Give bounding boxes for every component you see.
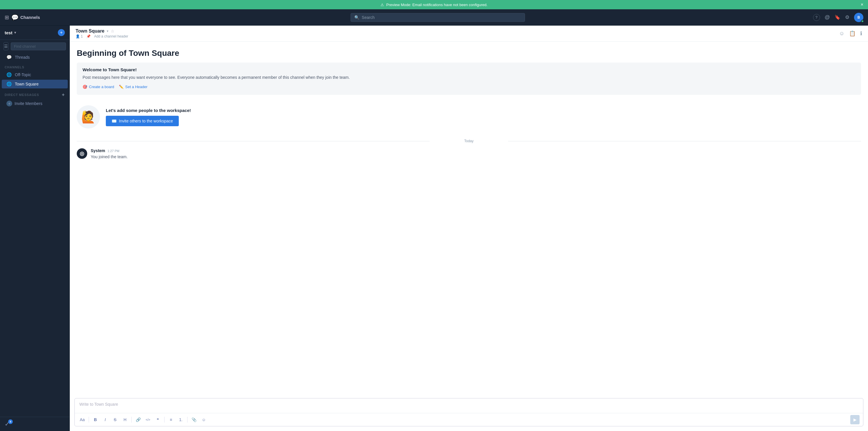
banner-close-button[interactable]: × (861, 2, 863, 7)
divider-label: Today (464, 139, 473, 143)
member-count[interactable]: 👤 1 (75, 34, 83, 38)
sidebar-item-town-square[interactable]: 🌐 Town Square (2, 80, 68, 88)
invite-workspace-button[interactable]: ✉️ Invite others to the workspace (106, 116, 179, 126)
quote-button[interactable]: ❝ (154, 415, 162, 424)
send-button[interactable]: ▶ (850, 415, 860, 424)
sidebar: test ▼ + ☰ 💬 Threads CHANNELS 🌐 Off-Topi… (0, 26, 70, 431)
online-status-badge (861, 20, 864, 23)
workspace-name[interactable]: test ▼ (5, 30, 17, 35)
notification-count-badge: 8 (8, 419, 13, 424)
workspace-chevron-icon: ▼ (14, 31, 17, 34)
text-format-button[interactable]: Aa (78, 415, 86, 424)
set-header-link[interactable]: ✏️ Set a Header (119, 85, 148, 89)
mention-button[interactable]: @ (825, 14, 830, 20)
channel-header: Town Square ▾ ☆ 👤 1 📌 Add a channel head… (70, 26, 868, 41)
set-header-label: Set a Header (125, 85, 148, 89)
town-square-label: Town Square (15, 82, 39, 86)
channel-area: Town Square ▾ ☆ 👤 1 📌 Add a channel head… (70, 26, 868, 431)
invite-title: Let's add some people to the workspace! (106, 108, 191, 113)
chat-date-divider: Today (77, 139, 861, 143)
welcome-description: Post messages here that you want everyon… (83, 74, 855, 81)
direct-messages-section-header: DIRECT MESSAGES + (0, 89, 69, 99)
toolbar-divider-3 (164, 417, 164, 423)
chat-message: ◎ System 1:27 PM You joined the team. (77, 147, 861, 162)
invite-button-label: Invite others to the workspace (119, 119, 173, 123)
invite-content: Let's add some people to the workspace! … (106, 108, 191, 126)
main-layout: test ▼ + ☰ 💬 Threads CHANNELS 🌐 Off-Topi… (0, 26, 868, 431)
add-channel-button[interactable]: + (58, 29, 65, 36)
find-channel-input[interactable] (11, 42, 66, 50)
sidebar-item-threads[interactable]: 💬 Threads (2, 53, 68, 62)
message-composer: Aa B I S H 🔗 </> ❝ ≡ 1. 📎 ☺ ▶ (74, 398, 863, 426)
chat-content: Beginning of Town Square Welcome to Town… (70, 41, 868, 395)
invite-members-label: Invite Members (14, 101, 42, 106)
sidebar-item-off-topic[interactable]: 🌐 Off-Topic (2, 70, 68, 79)
workspace-label: test (5, 30, 12, 35)
italic-button[interactable]: I (101, 415, 109, 424)
strikethrough-button[interactable]: S (111, 415, 119, 424)
bookmark-button[interactable]: 🔖 (835, 14, 840, 20)
toolbar-divider-2 (131, 417, 132, 423)
create-board-label: Create a board (89, 85, 114, 89)
filter-button[interactable]: ☰ (3, 42, 8, 50)
message-header: System 1:27 PM (91, 148, 128, 153)
avatar-initials: B (858, 16, 860, 20)
user-avatar[interactable]: B (854, 13, 863, 22)
invite-members-item[interactable]: + Invite Members (2, 99, 68, 108)
direct-messages-label: DIRECT MESSAGES (5, 93, 39, 97)
app-name: Channels (20, 15, 40, 20)
composer-input[interactable] (75, 398, 863, 413)
message-timestamp: 1:27 PM (107, 149, 120, 153)
channel-members-icon[interactable]: ☺ (839, 31, 844, 37)
welcome-title: Welcome to Town Square! (83, 67, 855, 72)
banner-text: Preview Mode: Email notifications have n… (386, 3, 488, 7)
mascot-illustration: 🙋 (77, 105, 100, 128)
channel-dropdown-icon[interactable]: ▾ (107, 29, 108, 33)
composer-toolbar: Aa B I S H 🔗 </> ❝ ≡ 1. 📎 ☺ ▶ (75, 413, 863, 426)
app-logo: 💬 Channels (11, 14, 40, 21)
sidebar-search-area: ☰ (0, 40, 69, 53)
channel-info-icon[interactable]: ℹ (860, 30, 862, 37)
create-board-icon: 🎯 (83, 85, 87, 89)
channel-header-pin-icon[interactable]: 📌 (86, 34, 91, 38)
channel-title-row: Town Square ▾ ☆ (75, 29, 839, 34)
channels-section-label: CHANNELS (5, 65, 24, 69)
add-channel-header[interactable]: Add a channel header (94, 34, 128, 38)
channels-section-header: CHANNELS (0, 62, 69, 70)
search-placeholder: Search (362, 15, 374, 20)
channel-star-icon[interactable]: ☆ (111, 29, 115, 33)
heading-button[interactable]: H (121, 415, 129, 424)
banner-icon: ⚠ (380, 3, 384, 7)
channel-title: Town Square (75, 29, 104, 34)
channel-pinned-icon[interactable]: 📋 (849, 30, 856, 37)
welcome-box: Welcome to Town Square! Post messages he… (77, 63, 861, 95)
workspace-header: test ▼ + (0, 26, 69, 40)
attachment-button[interactable]: 📎 (190, 415, 198, 424)
emoji-button[interactable]: ☺ (200, 415, 208, 424)
chat-beginning-title: Beginning of Town Square (77, 49, 861, 58)
numbered-list-button[interactable]: 1. (177, 415, 185, 424)
threads-icon: 💬 (6, 55, 12, 60)
bold-button[interactable]: B (91, 415, 99, 424)
grid-icon[interactable]: ⊞ (5, 14, 9, 21)
help-button[interactable]: ? (813, 14, 820, 21)
channel-sub-row: 👤 1 📌 Add a channel header (75, 34, 839, 38)
notification-badge-item[interactable]: ✓ 8 (5, 421, 65, 428)
create-board-link[interactable]: 🎯 Create a board (83, 85, 114, 89)
off-topic-label: Off-Topic (15, 72, 31, 77)
sidebar-footer: ✓ 8 (0, 417, 69, 431)
off-topic-globe-icon: 🌐 (6, 72, 12, 78)
town-square-globe-icon: 🌐 (6, 82, 12, 87)
add-dm-button[interactable]: + (62, 92, 65, 97)
link-button[interactable]: 🔗 (134, 415, 142, 424)
bullet-list-button[interactable]: ≡ (167, 415, 175, 424)
invite-plus-icon: + (6, 101, 12, 106)
search-area: 🔍 Search (66, 13, 810, 22)
message-author: System (91, 148, 105, 153)
code-button[interactable]: </> (144, 415, 152, 424)
topbar: ⊞ 💬 Channels 🔍 Search ? @ 🔖 ⚙ B (0, 9, 868, 26)
search-box[interactable]: 🔍 Search (350, 13, 525, 22)
settings-button[interactable]: ⚙ (845, 14, 849, 20)
topbar-right: ? @ 🔖 ⚙ B (813, 13, 863, 22)
set-header-icon: ✏️ (119, 85, 124, 89)
